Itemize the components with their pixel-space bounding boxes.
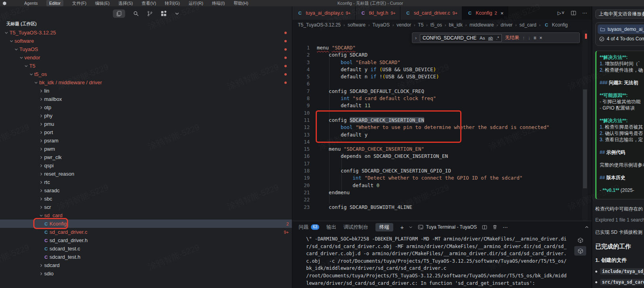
panel-tab-调试控制台[interactable]: 调试控制台 [343,224,368,231]
menu-终端(I)[interactable]: 终端(I) [212,0,225,6]
panel-tab-问题[interactable]: 问题63 [299,224,319,231]
code-line[interactable] [317,138,549,146]
code-line[interactable]: config SDCARD_DEFAULT_CLOCK_FREQ [317,88,549,95]
menu-运行(R)[interactable]: 运行(R) [189,0,203,6]
tree-folder-port[interactable]: port [0,128,292,136]
run-file-icon[interactable]: ▷˅ [558,10,565,16]
tree-folder-pwr_clk[interactable]: pwr_clk [0,153,292,161]
extensions-icon[interactable] [161,11,167,17]
breadcrumb-item-t5_os[interactable]: t5_os [431,22,442,28]
tree-folder-bk_idk_middleware_driver[interactable]: bk_idk / middleware / driver [0,78,292,87]
more-actions-icon[interactable]: ⋯ [582,10,587,16]
terminal-instance-icon[interactable] [574,235,586,245]
tree-folder-T5[interactable]: T5 [0,62,292,70]
menu-编辑(E)[interactable]: 编辑(E) [95,0,110,6]
code-line[interactable]: bool "Enable SDCARD" [317,59,549,66]
code-line[interactable]: default 0 [317,182,549,189]
project-file-chip[interactable]: tuyaos_demo_ai_to [598,25,644,34]
code-editor[interactable]: 1234567891011121314151617181920212223 me… [292,30,592,221]
menu-Editor[interactable]: Editor [46,0,63,6]
tree-folder-sdio[interactable]: sdio [0,269,292,278]
tree-folder-TuyaOS[interactable]: TuyaOS [0,45,292,53]
tab-tuya_ai_display.c[interactable]: Ctuya_ai_display.c9+ [292,6,356,20]
code-line[interactable] [317,160,549,167]
code-line[interactable]: default n if !(USB && USB_DEVICE) [317,73,549,80]
find-previous-icon[interactable]: ↑ [522,35,525,41]
tab-close-icon[interactable]: × [501,10,504,16]
breadcrumb-item-Kconfig[interactable]: CKconfig [543,22,568,28]
menu-选择(S)[interactable]: 选择(S) [118,0,133,6]
breadcrumb-item-T5[interactable]: T5 [418,22,423,28]
breadcrumb-item-bk_idk[interactable]: bk_idk [449,22,463,28]
panel-more-icon[interactable]: ⋯ [503,224,508,230]
tree-folder-phy[interactable]: phy [0,112,292,120]
tree-folder-pwm[interactable]: pwm [0,145,292,153]
tree-folder-qspi[interactable]: qspi [0,161,292,170]
menu-文件(F)[interactable]: 文件(F) [72,0,86,6]
find-close-icon[interactable]: × [539,35,542,41]
breadcrumb-item-sd_card[interactable]: sd_card [519,22,536,28]
code-line[interactable]: menu "SDCARD_CHECK_INSERTION_EN" [317,146,549,153]
tree-file-Kconfig[interactable]: CKconfig2 [0,220,292,228]
menu-转到(G)[interactable]: 转到(G) [165,0,180,6]
tree-file-sd_card_driver.c[interactable]: Csd_card_driver.c9+ [0,228,292,236]
terminal-output[interactable]: \" -DARMINO_SOC=bk7258 -DBEKEN_PLATFORM … [306,235,566,288]
panel-tab-终端[interactable]: 终端 [375,223,393,231]
tree-folder-sdcard[interactable]: sdcard [0,261,292,269]
tree-folder-scr[interactable]: scr [0,203,292,211]
code-content[interactable]: menu "SDCARD" config SDCARD bool "Enable… [317,44,549,211]
split-editor-icon[interactable] [571,10,576,16]
tree-folder-t5_os[interactable]: t5_os [0,70,292,78]
code-line[interactable]: default y [317,131,549,138]
chevron-down-icon[interactable] [175,11,179,16]
code-line[interactable]: int "Detect whether to connect the GPIO … [317,174,549,182]
source-control-icon[interactable] [147,11,153,17]
breadcrumb-item-middleware[interactable]: middleware [469,22,493,28]
find-expand-chevron[interactable]: › [415,35,417,41]
tree-file-sd_card_driver.h[interactable]: Csd_card_driver.h [0,236,292,244]
tree-folder-T5_TuyaOS-3.12.25[interactable]: T5_TuyaOS-3.12.25 [0,28,292,37]
tree-file-sdcard_test.c[interactable]: Csdcard_test.c [0,244,292,253]
find-in-selection-icon[interactable]: ≡ [533,35,536,41]
new-terminal-icon[interactable]: + [400,224,404,231]
editor-scrollbar[interactable] [582,30,588,221]
regex-toggle[interactable]: .* [496,36,499,40]
code-line[interactable] [317,110,549,117]
tree-folder-sd_card[interactable]: sd_card [0,211,292,220]
code-line[interactable]: default y if (USB && USB_DEVICE) [317,66,549,73]
panel-tab-输出[interactable]: 输出 [326,224,336,231]
scrollbar-thumb[interactable] [583,89,587,188]
tree-folder-psram[interactable]: psram [0,136,292,145]
tree-folder-vendor[interactable]: vendor [0,53,292,62]
tab-tkl_lvgl.h[interactable]: Ctkl_lvgl.h9+ [356,6,400,20]
breadcrumb-item-software[interactable]: software [348,22,366,28]
tree-folder-otp[interactable]: otp [0,103,292,112]
whole-word-toggle[interactable]: ab [488,36,493,40]
terminal-instance-icon-selected[interactable] [574,246,586,256]
match-case-toggle[interactable]: Aa [480,36,485,40]
code-line[interactable]: config SDCARD_CHECK_INSERTION_GPIO_ID [317,167,549,174]
terminal-dropdown-chevron-icon[interactable] [409,225,413,229]
kill-terminal-icon[interactable] [492,224,497,230]
tab-sd_card_driver.c[interactable]: Csd_card_driver.c9+ [400,6,462,20]
search-icon[interactable] [133,11,139,17]
tree-folder-lin[interactable]: lin [0,87,292,95]
menu-帮助(H)[interactable]: 帮助(H) [234,0,248,6]
code-line[interactable]: int "sd card default clock freq" [317,95,549,102]
maximize-panel-icon[interactable] [585,225,589,229]
tree-folder-sbc[interactable]: sbc [0,195,292,203]
breadcrumb-item-T5_TuyaOS-3.12.25[interactable]: T5_TuyaOS-3.12.25 [298,22,341,28]
code-line[interactable]: config SDCARD [317,51,549,59]
menu-查看(V)[interactable]: 查看(V) [141,0,156,6]
find-input[interactable]: CONFIG_SDCARD_CHE Aa ab .* [420,34,502,42]
menu-Agents[interactable]: Agents [24,0,38,6]
tree-folder-reset_reason[interactable]: reset_reason [0,170,292,178]
workspace-section-header[interactable]: 无标题 (工作区) [0,18,292,28]
tree-folder-rtc[interactable]: rtc [0,178,292,186]
terminal-instance-label[interactable]: Tuya Terminal - TuyaOS [418,224,477,230]
tree-folder-pmu[interactable]: pmu [0,120,292,128]
chat-title[interactable]: 上电中英文语音播放参 [595,9,644,19]
code-line[interactable]: menu "SDCARD" [317,44,549,51]
tree-file-sdcard_test.h[interactable]: Csdcard_test.h [0,253,292,261]
code-line[interactable]: depends on SDCARD_CHECK_INSERTION_EN [317,153,549,160]
